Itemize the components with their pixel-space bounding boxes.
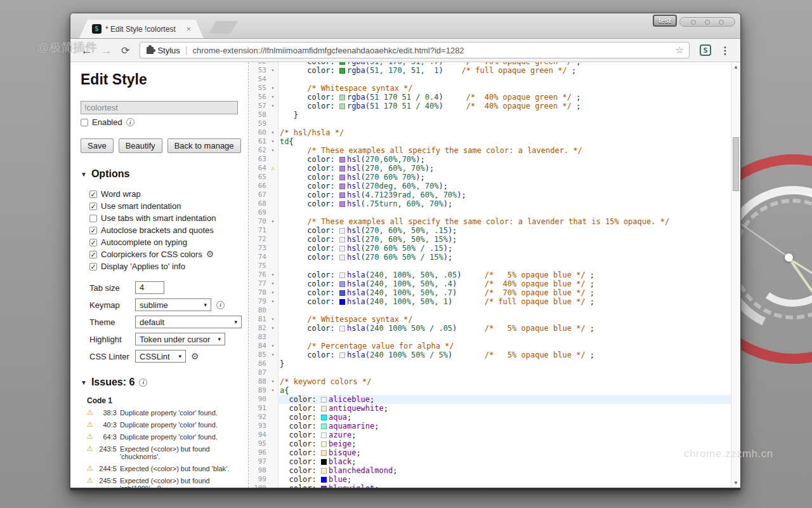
gear-icon[interactable]: ⚙ [191, 352, 199, 361]
color-swatch[interactable] [321, 477, 327, 483]
fold-arrow-icon[interactable]: ▾ [268, 102, 278, 110]
fold-arrow-icon[interactable]: ▾ [268, 386, 278, 395]
checkbox-word-wrap[interactable]: ✓ [89, 190, 97, 198]
reload-button[interactable]: ⟳ [121, 44, 129, 57]
code-line-83[interactable]: 83 [249, 333, 731, 342]
color-swatch[interactable] [321, 415, 327, 420]
fold-arrow-icon[interactable]: ▾ [268, 297, 278, 306]
code-line-73[interactable]: 73 color: hsl(270 60% 50% / .15); [249, 244, 731, 253]
fold-arrow-icon[interactable]: ▾ [268, 128, 278, 137]
enabled-checkbox[interactable] [81, 119, 88, 126]
code-line-58[interactable]: 58 } [249, 110, 731, 119]
checkbox-autocomplete-on-typing[interactable]: ✓ [89, 239, 97, 246]
fold-arrow-icon[interactable]: ▾ [268, 324, 278, 333]
code-line-82[interactable]: 82▾ color: hsla(240 100% 50% / .05) /* 5… [249, 324, 731, 333]
code-line-87[interactable]: 87 [249, 368, 731, 377]
code-line-63[interactable]: 63 color: hsl(270,60%,70%); [249, 155, 731, 164]
issue-item[interactable]: ⚠38:3Duplicate property 'color' found. [87, 409, 242, 417]
code-line-60[interactable]: 60▾/* hsl/hsla */ [249, 128, 731, 137]
code-line-67[interactable]: 67 color: hsl(4.71239rad, 60%, 70%); [249, 190, 731, 199]
minimize-button[interactable] [691, 20, 696, 25]
color-swatch[interactable] [321, 459, 327, 465]
url-text[interactable]: chrome-extension://lfnlmiimoamfidmfgcfee… [192, 46, 671, 55]
color-swatch[interactable] [339, 352, 345, 358]
color-swatch[interactable] [339, 192, 345, 198]
issue-item[interactable]: ⚠64:3Duplicate property 'color' found. [87, 433, 242, 441]
code-line-100[interactable]: 100 color: blueviolet; [249, 484, 731, 488]
fold-arrow-icon[interactable]: ▾ [268, 217, 278, 226]
code-line-79[interactable]: 79▾ color: hsla(240, 100%, 50%, 1) /* fu… [249, 297, 731, 306]
code-line-66[interactable]: 66 color: hsl(270deg, 60%, 70%); [249, 182, 731, 190]
code-line-85[interactable]: 85▾ color: hsla(240 100% 50% / 5%) /* 5%… [249, 351, 731, 359]
issues-header[interactable]: ▼ Issues: 6 i [81, 377, 242, 388]
code-line-86[interactable]: 86} [249, 359, 731, 368]
line-warning-icon[interactable]: ⚠ [268, 164, 278, 173]
fold-arrow-icon[interactable]: ▾ [268, 279, 278, 288]
code-line-57[interactable]: 57▾ color: rgba(51 170 51 / 40%) /* 40% … [249, 102, 731, 110]
code-line-81[interactable]: 81▾ /* Whitespace syntax */ [249, 315, 731, 324]
scroll-down-arrow[interactable]: ▼ [731, 480, 740, 486]
code-line-96[interactable]: 96 color: bisque; [249, 448, 731, 457]
code-line-77[interactable]: 77▾ color: hsla(240, 100%, 50%, .4) /* 4… [249, 279, 731, 288]
color-swatch[interactable] [339, 68, 345, 74]
fold-arrow-icon[interactable]: ▾ [268, 271, 278, 279]
color-swatch[interactable] [321, 432, 327, 438]
fold-arrow-icon[interactable]: ▾ [268, 288, 278, 297]
tab-size-input[interactable]: 4 [135, 281, 164, 294]
code-line-53[interactable]: 53▾ color: rgba(51, 170, 51, 1) /* full … [249, 66, 731, 75]
stylus-extension-icon[interactable]: S [700, 44, 711, 56]
code-line-97[interactable]: 97 color: black; [249, 457, 731, 466]
code-line-74[interactable]: 74 color: hsl(270 60% 50% / 15%); [249, 253, 731, 262]
code-line-59[interactable]: 59 [249, 119, 731, 128]
code-line-55[interactable]: 55▾ /* Whitespace syntax */ [249, 84, 731, 93]
color-swatch[interactable] [321, 406, 327, 411]
fold-arrow-icon[interactable]: ▾ [268, 342, 278, 351]
tab-close-icon[interactable]: × [186, 25, 191, 33]
issues-info-icon[interactable]: i [139, 378, 147, 387]
fold-arrow-icon[interactable]: ▾ [268, 66, 278, 75]
color-swatch[interactable] [339, 157, 345, 163]
gear-icon[interactable]: ⚙ [206, 250, 214, 258]
fold-arrow-icon[interactable]: ▾ [268, 315, 278, 324]
checkbox-use-tabs-with-smart-indentation[interactable] [89, 215, 97, 222]
test-badge-button[interactable]: test [653, 15, 677, 27]
code-line-75[interactable]: 75 [249, 262, 731, 271]
code-line-89[interactable]: 89▾a{ [249, 386, 731, 395]
code-line-54[interactable]: 54 [249, 75, 731, 84]
fold-arrow-icon[interactable]: ▾ [268, 93, 278, 102]
enabled-info-icon[interactable]: i [126, 118, 134, 126]
options-header[interactable]: ▼ Options [81, 168, 242, 180]
color-swatch[interactable] [321, 397, 327, 403]
code-line-62[interactable]: 62▾ /* These examples all specify the sa… [249, 146, 731, 155]
color-swatch[interactable] [339, 175, 345, 180]
theme-select[interactable]: default▾ [135, 316, 242, 328]
tab-edit-style[interactable]: S * Edit Style !colortest × [79, 20, 204, 38]
code-line-98[interactable]: 98 color: blanchedalmond; [249, 466, 731, 475]
style-name-input[interactable]: !colortest [81, 101, 238, 114]
color-swatch[interactable] [321, 486, 327, 488]
keymap-select[interactable]: sublime▾ [135, 298, 211, 311]
color-swatch[interactable] [321, 424, 327, 429]
color-swatch[interactable] [339, 255, 345, 260]
code-line-84[interactable]: 84▾ /* Percentage value for alpha */ [249, 342, 731, 351]
code-line-99[interactable]: 99 color: blue; [249, 475, 731, 484]
issue-item[interactable]: ⚠245:5Expected (<color>) but found 'rgb(… [87, 477, 242, 488]
issue-item[interactable]: ⚠243:5Expected (<color>) but found 'chuc… [87, 445, 242, 460]
code-line-65[interactable]: 65 color: hsl(270 60% 70%); [249, 173, 731, 182]
code-line-90[interactable]: 90 color: aliceblue; [249, 395, 731, 404]
fold-arrow-icon[interactable]: ▾ [268, 351, 278, 359]
color-swatch[interactable] [339, 246, 345, 251]
code-line-69[interactable]: 69 [249, 208, 731, 217]
code-line-91[interactable]: 91 color: antiquewhite; [249, 404, 731, 413]
editor-scrollbar[interactable]: ▲ ▼ [731, 62, 740, 488]
scroll-up-arrow[interactable]: ▲ [731, 64, 740, 70]
code-line-88[interactable]: 88▾/* keyword colors */ [249, 377, 731, 386]
beautify-button[interactable]: Beautify [119, 138, 162, 153]
color-swatch[interactable] [321, 441, 327, 447]
url-bar[interactable]: Stylus | chrome-extension://lfnlmiimoamf… [140, 42, 690, 58]
maximize-button[interactable] [705, 20, 710, 25]
color-swatch[interactable] [339, 299, 345, 305]
bookmark-star-icon[interactable]: ☆ [676, 44, 684, 56]
code-line-68[interactable]: 68 color: hsl(.75turn, 60%, 70%); [249, 199, 731, 208]
info-icon[interactable]: i [216, 301, 225, 309]
